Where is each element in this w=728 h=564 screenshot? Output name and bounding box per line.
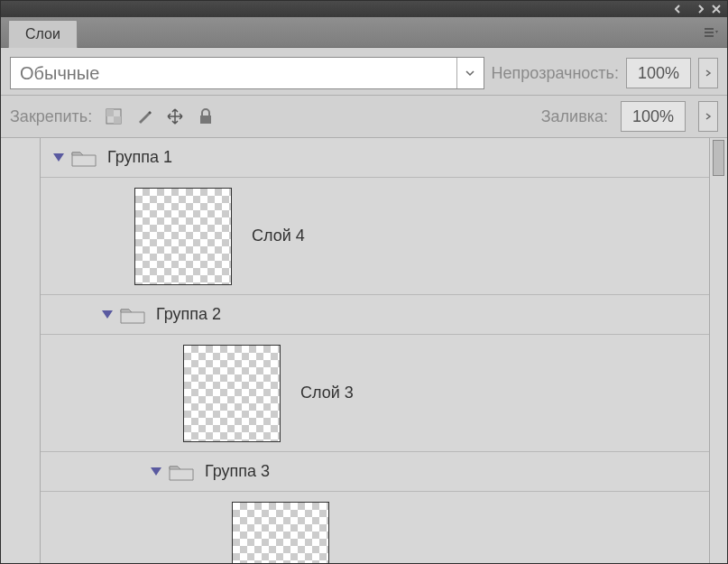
- group-name[interactable]: Группа 1: [107, 148, 172, 167]
- panel-body: Группа 1Слой 4Группа 2Слой 3Группа 3: [1, 138, 727, 563]
- fill-input[interactable]: 100%: [621, 101, 686, 132]
- tab-layers[interactable]: Слои: [8, 20, 78, 48]
- blend-mode-select[interactable]: Обычные: [10, 57, 484, 89]
- opacity-stepper[interactable]: [698, 58, 718, 88]
- disclosure-triangle-icon[interactable]: [102, 310, 113, 319]
- lock-label: Закрепить:: [10, 107, 92, 126]
- lock-transparency-icon[interactable]: [105, 107, 123, 125]
- layer-thumbnail[interactable]: [134, 188, 232, 285]
- group-row[interactable]: Группа 2: [41, 295, 709, 335]
- group-name[interactable]: Группа 2: [156, 305, 221, 324]
- layer-row[interactable]: Слой 3: [41, 335, 709, 452]
- visibility-column: [1, 138, 41, 563]
- blend-opacity-row: Обычные Непрозрачность: 100%: [1, 48, 727, 96]
- blend-mode-value: Обычные: [20, 63, 99, 84]
- lock-position-icon[interactable]: [166, 107, 184, 125]
- opacity-label: Непрозрачность:: [492, 64, 619, 83]
- fill-label: Заливка:: [541, 107, 608, 126]
- layer-row[interactable]: Слой 4: [41, 178, 709, 295]
- svg-rect-1: [106, 109, 114, 116]
- group-name[interactable]: Группа 3: [205, 462, 270, 481]
- layer-name[interactable]: Слой 3: [300, 384, 354, 402]
- opacity-value: 100%: [638, 64, 679, 83]
- collapse-right-icon[interactable]: [691, 3, 705, 15]
- layer-thumbnail[interactable]: [183, 345, 281, 442]
- layers-panel-window: Слои Обычные Непрозрачность: 100% Закреп…: [0, 0, 728, 564]
- tab-label: Слои: [25, 26, 60, 42]
- fill-value: 100%: [632, 107, 674, 126]
- window-titlebar: [1, 1, 727, 17]
- lock-pixels-icon[interactable]: [135, 107, 153, 125]
- layer-row[interactable]: [41, 492, 709, 563]
- folder-icon: [120, 306, 145, 324]
- lock-all-icon[interactable]: [197, 107, 215, 125]
- layer-tree: Группа 1Слой 4Группа 2Слой 3Группа 3: [41, 138, 709, 563]
- folder-icon: [169, 463, 194, 481]
- scrollbar-thumb[interactable]: [713, 140, 724, 176]
- blend-mode-caret-icon: [456, 58, 484, 88]
- folder-icon: [71, 149, 97, 167]
- layer-name[interactable]: Слой 4: [252, 227, 305, 245]
- tab-bar: Слои: [1, 17, 727, 48]
- disclosure-triangle-icon[interactable]: [151, 467, 161, 476]
- vertical-scrollbar[interactable]: [709, 138, 727, 563]
- svg-rect-3: [200, 116, 211, 124]
- disclosure-triangle-icon[interactable]: [53, 153, 64, 162]
- panel-menu-icon[interactable]: [702, 24, 722, 41]
- layer-thumbnail[interactable]: [232, 502, 329, 564]
- lock-fill-row: Закрепить: Заливка: 100%: [1, 96, 727, 138]
- group-row[interactable]: Группа 3: [41, 452, 709, 492]
- fill-stepper[interactable]: [698, 101, 718, 132]
- opacity-input[interactable]: 100%: [626, 58, 691, 88]
- collapse-left-icon[interactable]: [673, 3, 687, 15]
- close-icon[interactable]: [709, 3, 723, 15]
- svg-rect-2: [114, 116, 121, 124]
- group-row[interactable]: Группа 1: [41, 138, 709, 178]
